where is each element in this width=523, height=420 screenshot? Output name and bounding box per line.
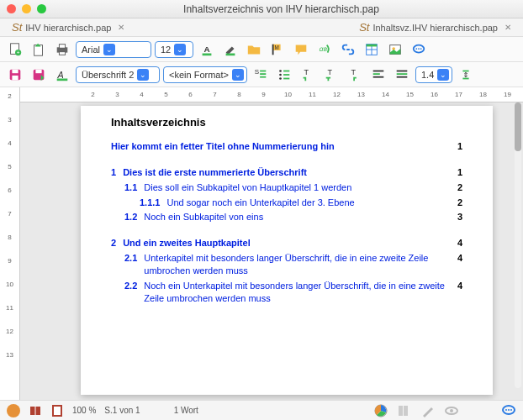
image-icon[interactable] bbox=[385, 39, 405, 60]
toc-number: 2 bbox=[111, 237, 116, 249]
chat-icon[interactable] bbox=[409, 39, 429, 60]
pie-icon[interactable] bbox=[373, 403, 388, 418]
spacing-icon[interactable] bbox=[456, 65, 476, 85]
save-icon[interactable] bbox=[5, 65, 25, 85]
ruler-tick: 9 bbox=[0, 257, 19, 281]
tabstop-center-icon[interactable]: T bbox=[321, 65, 341, 85]
toc-page: 4 bbox=[457, 237, 462, 249]
toc-entry[interactable]: 2.2Noch ein Unterkapitel mit besonders l… bbox=[111, 280, 462, 305]
status-icon-1[interactable] bbox=[7, 404, 20, 417]
svg-point-37 bbox=[279, 77, 282, 80]
toc-number: 2.2 bbox=[124, 280, 137, 292]
tab-cursive-icon: St bbox=[359, 21, 369, 34]
flag-icon[interactable]: M bbox=[267, 39, 288, 60]
toc-entry[interactable]: Hier kommt ein fetter Titel ohne Nummeri… bbox=[111, 140, 462, 153]
zoom-label[interactable]: 100 % bbox=[72, 406, 96, 415]
ruler-tick: 15 bbox=[398, 91, 422, 98]
zoom-icon[interactable] bbox=[37, 4, 46, 13]
ruler-tick: 2 bbox=[81, 91, 105, 98]
tab-close-icon[interactable]: ✕ bbox=[118, 23, 124, 32]
tab-document-1[interactable]: St IHV hierarchisch.pap ✕ bbox=[3, 21, 133, 34]
tabstop-left-icon[interactable]: T bbox=[298, 65, 318, 85]
ruler-tick: 10 bbox=[0, 281, 19, 304]
svg-text:M: M bbox=[274, 45, 278, 50]
ruler-tick: 8 bbox=[227, 91, 251, 98]
bullets-icon[interactable] bbox=[274, 65, 294, 85]
book-icon[interactable] bbox=[29, 404, 42, 417]
text-color-icon[interactable]: A bbox=[197, 39, 217, 60]
tab-document-2[interactable]: St Inhaltsvz.IHV hierarchisch.pap ✕ bbox=[351, 21, 520, 34]
tabstop-right-icon[interactable]: T bbox=[345, 65, 365, 85]
size-select[interactable]: 12 ⌄ bbox=[155, 41, 193, 58]
ruler-tick: 6 bbox=[178, 91, 203, 98]
close-icon[interactable] bbox=[7, 4, 16, 13]
align-justify-icon[interactable] bbox=[392, 65, 412, 85]
toolbar-1: + Arial ⌄ 12 ⌄ A M ɑʙ bbox=[0, 37, 523, 62]
align-left-icon[interactable] bbox=[368, 65, 388, 85]
eye-icon[interactable] bbox=[444, 403, 459, 418]
vertical-scrollbar[interactable] bbox=[515, 102, 521, 388]
folder-icon[interactable] bbox=[244, 39, 264, 60]
svg-text:T: T bbox=[304, 68, 309, 76]
toc-entry[interactable]: 2Und ein zweites Hauptkapitel4 bbox=[111, 237, 462, 249]
toc-text: Dies soll ein Subkapitel von Hauptkapite… bbox=[144, 181, 452, 194]
columns-icon[interactable] bbox=[397, 403, 412, 418]
svg-point-61 bbox=[505, 409, 507, 411]
highlight-icon[interactable] bbox=[220, 39, 240, 60]
toc-entry[interactable]: 2.1Unterkapitel mit besonders langer Übe… bbox=[111, 252, 462, 277]
linespacing-select[interactable]: 1.4 ⌄ bbox=[415, 66, 452, 83]
toc-text: Hier kommt ein fetter Titel ohne Nummeri… bbox=[111, 140, 452, 153]
svg-rect-57 bbox=[404, 406, 408, 416]
svg-point-62 bbox=[508, 409, 510, 411]
tab-close-icon[interactable]: ✕ bbox=[505, 23, 511, 32]
font-select[interactable]: Arial ⌄ bbox=[76, 41, 151, 58]
ruler-tick: 17 bbox=[446, 91, 471, 98]
size-value: 12 bbox=[161, 45, 171, 55]
toc-entry[interactable]: 1.1.1Und sogar noch ein Unterkapitel der… bbox=[111, 197, 462, 209]
spellcheck-icon[interactable]: ɑʙ bbox=[314, 39, 335, 60]
new-doc-icon[interactable]: + bbox=[5, 39, 25, 60]
ruler-tick: 3 bbox=[0, 116, 19, 139]
link-icon[interactable] bbox=[338, 39, 358, 60]
ruler-tick: 6 bbox=[0, 186, 19, 210]
ruler-tick: 4 bbox=[129, 91, 154, 98]
ruler-tick: 19 bbox=[495, 91, 520, 98]
ruler-tick: 7 bbox=[203, 91, 227, 98]
toc-text: Und ein zweites Hauptkapitel bbox=[123, 237, 452, 249]
toc-body: Hier kommt ein fetter Titel ohne Nummeri… bbox=[111, 140, 462, 304]
minimize-icon[interactable] bbox=[22, 4, 31, 13]
workspace: 2345678910111213 23456789101112131415161… bbox=[0, 87, 523, 400]
toc-entry[interactable]: 1.1Dies soll ein Subkapitel von Hauptkap… bbox=[111, 181, 462, 194]
svg-point-59 bbox=[450, 409, 453, 412]
table-icon[interactable] bbox=[362, 39, 382, 60]
toolbar-2: A Überschrift 2 ⌄ <kein Format> ⌄ S T T … bbox=[0, 62, 523, 87]
list-icon[interactable]: S bbox=[251, 65, 271, 85]
tab-strip: St IHV hierarchisch.pap ✕ St Inhaltsvz.I… bbox=[0, 18, 523, 37]
svg-text:A: A bbox=[203, 44, 209, 53]
chevron-down-icon: ⌄ bbox=[137, 69, 149, 81]
vertical-ruler: 2345678910111213 bbox=[0, 87, 20, 400]
comment-icon[interactable] bbox=[291, 39, 311, 60]
svg-text:T: T bbox=[351, 68, 357, 76]
toc-number: 1 bbox=[111, 166, 116, 179]
ruler-tick: 5 bbox=[0, 163, 19, 186]
page[interactable]: Inhaltsverzeichnis Hier kommt ein fetter… bbox=[81, 106, 493, 395]
document-area: 2345678910111213141516171819 Inhaltsverz… bbox=[20, 87, 523, 400]
chat-bubble-icon[interactable] bbox=[501, 403, 516, 418]
style-icon[interactable]: A bbox=[52, 65, 72, 85]
chevron-down-icon: ⌄ bbox=[437, 69, 449, 81]
toc-entry[interactable]: 1Dies ist die erste nummerierte Überschr… bbox=[111, 166, 462, 179]
save-as-icon[interactable] bbox=[29, 65, 49, 85]
paragraph-style-select[interactable]: Überschrift 2 ⌄ bbox=[76, 66, 160, 83]
scrollbar-thumb[interactable] bbox=[515, 102, 521, 151]
page-view-icon[interactable] bbox=[50, 404, 64, 417]
page-up-icon[interactable] bbox=[29, 39, 49, 60]
print-icon[interactable] bbox=[52, 39, 72, 60]
tab-label: Inhaltsvz.IHV hierarchisch.pap bbox=[372, 23, 498, 33]
format-select[interactable]: <kein Format> ⌄ bbox=[163, 66, 247, 83]
toc-page: 4 bbox=[457, 252, 462, 265]
pen-icon[interactable] bbox=[420, 403, 436, 418]
toc-entry[interactable]: 1.2Noch ein Subkapitel von eins3 bbox=[111, 211, 462, 223]
svg-point-35 bbox=[279, 70, 282, 72]
ruler-tick: 14 bbox=[373, 91, 398, 98]
